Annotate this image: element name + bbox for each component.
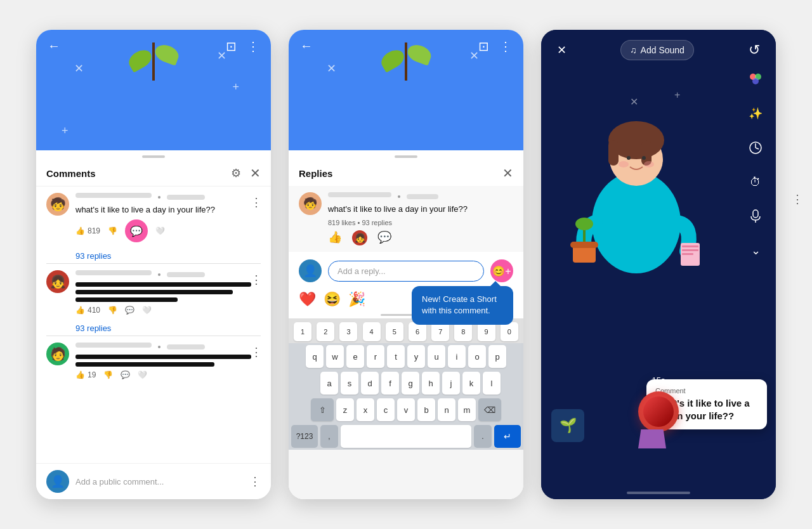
reply-input[interactable]: Add a reply...	[328, 261, 484, 282]
filter-icon[interactable]: ⚙	[231, 166, 241, 180]
key-2[interactable]: 2	[317, 322, 334, 341]
more-icon[interactable]: ⋮	[499, 39, 512, 54]
key-w[interactable]: w	[326, 345, 344, 368]
key-g[interactable]: g	[402, 372, 419, 395]
key-space[interactable]	[341, 425, 471, 448]
avatar: 🧑	[46, 343, 69, 365]
key-comma[interactable]: ,	[320, 425, 338, 448]
key-a[interactable]: a	[320, 372, 338, 395]
back-icon[interactable]: ←	[300, 39, 313, 53]
reply-icon[interactable]: 💬	[377, 230, 391, 245]
like-count: 410	[88, 306, 100, 315]
like-button[interactable]: 👍 819	[75, 226, 100, 235]
dot-separator	[158, 273, 160, 276]
key-backspace[interactable]: ⌫	[478, 398, 501, 421]
key-1[interactable]: 1	[294, 322, 311, 341]
party-emoji[interactable]: 🎉	[348, 291, 365, 308]
key-enter[interactable]: ↵	[494, 425, 521, 448]
key-9[interactable]: 9	[478, 322, 495, 341]
replies-section: Replies ✕ 🧒 what's it like to li	[289, 158, 523, 499]
comment-line	[75, 297, 178, 302]
key-s[interactable]: s	[341, 372, 358, 395]
key-b[interactable]: b	[417, 398, 435, 421]
comment-more-button[interactable]: ⋮	[251, 345, 262, 359]
key-q[interactable]: q	[306, 345, 324, 368]
key-c[interactable]: c	[377, 398, 395, 421]
undo-button[interactable]: ↺	[743, 39, 766, 62]
tooltip-text: New! Create a Short with this comment.	[422, 294, 497, 315]
replies-link[interactable]: 93 replies	[36, 249, 271, 263]
dislike-button[interactable]: 👎	[108, 226, 117, 235]
key-p[interactable]: p	[488, 345, 506, 368]
replies-header: Replies ✕	[289, 158, 523, 186]
key-6[interactable]: 6	[409, 322, 426, 341]
key-t[interactable]: t	[387, 345, 405, 368]
key-v[interactable]: v	[397, 398, 415, 421]
parent-comment-actions: 👍 👧 💬	[299, 230, 513, 245]
replies-link[interactable]: 93 replies	[36, 321, 271, 336]
key-l[interactable]: l	[483, 372, 501, 395]
reply-button[interactable]: 💬	[121, 370, 130, 379]
reply-button[interactable]: 💬	[125, 306, 134, 315]
record-button[interactable]	[638, 391, 679, 432]
add-comment-input[interactable]: Add a public comment...	[75, 477, 243, 487]
key-symbols[interactable]: ?123	[291, 425, 318, 448]
key-period[interactable]: .	[474, 425, 492, 448]
key-z[interactable]: z	[336, 398, 354, 421]
key-e[interactable]: e	[346, 345, 364, 368]
svg-point-9	[592, 172, 681, 273]
comment-more-button[interactable]: ⋮	[251, 273, 262, 287]
like-button[interactable]: 👍 410	[75, 306, 100, 315]
sparkle-icon: ✕	[217, 49, 226, 63]
camera-icon[interactable]: ⊡	[226, 39, 237, 54]
like-icon[interactable]: 👍	[328, 230, 342, 245]
key-k[interactable]: k	[462, 372, 480, 395]
username-bar2	[167, 272, 205, 277]
key-f[interactable]: f	[381, 372, 399, 395]
key-i[interactable]: i	[448, 345, 466, 368]
key-j[interactable]: j	[442, 372, 460, 395]
sparkle-icon: ✕	[327, 62, 336, 75]
add-sound-button[interactable]: ♫ Add Sound	[620, 40, 694, 60]
like-button[interactable]: 👍 19	[75, 370, 96, 379]
camera-icon[interactable]: ⊡	[478, 39, 489, 54]
close-icon[interactable]: ✕	[250, 166, 261, 181]
more-options-icon[interactable]: ⋮	[249, 474, 261, 488]
reply-highlight[interactable]: 💬	[125, 219, 148, 242]
key-5[interactable]: 5	[386, 322, 403, 341]
svg-rect-19	[570, 242, 598, 248]
heart-button[interactable]: 🤍	[142, 306, 152, 315]
key-d[interactable]: d	[361, 372, 379, 395]
key-x[interactable]: x	[357, 398, 374, 421]
key-0[interactable]: 0	[501, 322, 518, 341]
key-7[interactable]: 7	[431, 322, 449, 341]
comment-actions: 👍 819 👎 💬 🤍	[75, 219, 261, 242]
back-icon[interactable]: ←	[48, 39, 60, 53]
svg-rect-25	[682, 253, 693, 255]
heart-button[interactable]: 🤍	[155, 226, 165, 235]
key-m[interactable]: m	[458, 398, 476, 421]
laugh-emoji[interactable]: 😆	[324, 291, 341, 308]
key-3[interactable]: 3	[339, 322, 357, 341]
reply-send-button[interactable]: 😊+	[490, 259, 513, 282]
close-button[interactable]: ✕	[551, 40, 572, 60]
key-8[interactable]: 8	[454, 322, 472, 341]
comment-content: 👍 19 👎 💬 🤍	[75, 343, 261, 379]
key-4[interactable]: 4	[363, 322, 381, 341]
comment-actions: 👍 19 👎 💬 🤍	[75, 370, 261, 379]
dislike-button[interactable]: 👎	[108, 306, 117, 315]
heart-emoji[interactable]: ❤️	[299, 291, 316, 308]
avatar: 🧒	[46, 193, 69, 216]
heart-button[interactable]: 🤍	[138, 370, 147, 379]
close-icon[interactable]: ✕	[502, 166, 513, 181]
key-n[interactable]: n	[438, 398, 455, 421]
key-h[interactable]: h	[422, 372, 440, 395]
comment-more-button[interactable]: ⋮	[251, 195, 262, 209]
dislike-button[interactable]: 👎	[103, 370, 113, 379]
key-o[interactable]: o	[468, 345, 486, 368]
key-shift[interactable]: ⇧	[311, 398, 334, 421]
key-u[interactable]: u	[428, 345, 445, 368]
key-r[interactable]: r	[367, 345, 384, 368]
more-icon[interactable]: ⋮	[247, 39, 259, 54]
key-y[interactable]: y	[407, 345, 425, 368]
